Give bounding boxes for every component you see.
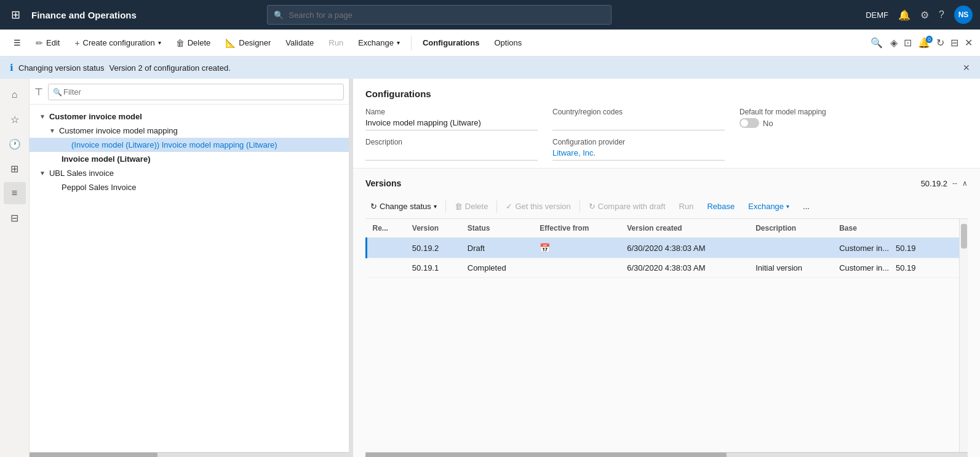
tree-filter-input[interactable]: [48, 84, 344, 100]
row1-base-link[interactable]: Customer in...: [839, 244, 889, 253]
versions-delete-icon: 🗑: [455, 202, 463, 211]
diamond-icon[interactable]: ◈: [890, 37, 898, 49]
delete-button[interactable]: 🗑 Delete: [170, 36, 217, 50]
configurations-tab[interactable]: Configurations: [416, 36, 485, 50]
app-grid-icon[interactable]: ⊞: [7, 4, 24, 25]
global-search[interactable]: 🔍: [267, 5, 612, 25]
tree-item-customer-invoice-mapping[interactable]: ▼ Customer invoice model mapping: [30, 124, 349, 138]
info-message: Changing version status: [18, 63, 104, 73]
validate-button[interactable]: Validate: [279, 36, 320, 50]
row1-status: Draft: [461, 238, 534, 258]
name-field: Name Invoice model mapping (Litware): [365, 108, 538, 130]
change-status-button[interactable]: ↻ Change status ▾: [365, 199, 442, 213]
tree-label-1: Customer invoice model: [49, 112, 142, 121]
exchange-chevron-icon: ▾: [397, 39, 400, 46]
notification-badge-icon[interactable]: 🔔 0: [918, 37, 930, 49]
toggle-knob: [741, 119, 748, 127]
tree-scrollbar-thumb: [30, 453, 157, 457]
filter-search-icon: 🔍: [53, 88, 62, 97]
run-button[interactable]: Run: [322, 36, 349, 50]
row2-base: Customer in... 50.19: [833, 258, 959, 278]
hamburger-button[interactable]: ☰: [7, 36, 27, 50]
avatar[interactable]: NS: [954, 6, 973, 24]
versions-exchange-button[interactable]: Exchange ▾: [743, 199, 794, 213]
edit-button[interactable]: ✏ Edit: [30, 36, 66, 50]
versions-run-button[interactable]: Run: [674, 199, 699, 213]
country-field: Country/region codes: [552, 108, 725, 130]
versions-table-container: Re... Version Status Effective from Vers…: [365, 219, 968, 452]
filter-icon[interactable]: ⊤: [34, 86, 43, 98]
sidebar-favorites-icon[interactable]: ☆: [4, 108, 26, 130]
tree-item-invoice-model-mapping-litware[interactable]: (Invoice model (Litware)) Invoice model …: [30, 138, 349, 152]
versions-vertical-scrollbar[interactable]: [959, 219, 968, 452]
info-close-button[interactable]: ✕: [963, 63, 970, 73]
v-divider-1: [445, 201, 446, 213]
exchange-chevron-icon: ▾: [786, 203, 789, 210]
info-bar: ℹ Changing version status Version 2 of c…: [0, 57, 980, 79]
sidebar-recent-icon[interactable]: 🕐: [4, 133, 26, 155]
row2-created: 6/30/2020 4:38:03 AM: [621, 258, 749, 278]
toolbar-search-icon[interactable]: 🔍: [870, 37, 883, 49]
version-dash: --: [952, 179, 957, 188]
help-icon[interactable]: ?: [939, 9, 944, 20]
default-mapping-toggle[interactable]: [739, 118, 759, 128]
tree-item-ubl-sales-invoice[interactable]: ▼ UBL Sales invoice: [30, 166, 349, 180]
create-config-button[interactable]: + Create configuration ▾: [68, 36, 167, 50]
sidebar-workspaces-icon[interactable]: ⊞: [4, 157, 26, 180]
versions-table-wrap: Re... Version Status Effective from Vers…: [365, 219, 959, 452]
versions-meta: 50.19.2 -- ∧: [921, 179, 968, 188]
versions-delete-button[interactable]: 🗑 Delete: [450, 199, 493, 213]
provider-value[interactable]: Litware, Inc.: [552, 148, 725, 161]
version-row-1[interactable]: 50.19.2 Draft 📅 6/30/2020 4:38:03 AM Cus…: [367, 238, 960, 258]
default-mapping-label: Default for model mapping: [739, 108, 968, 116]
exchange-button[interactable]: Exchange ▾: [352, 36, 406, 50]
versions-scrollbar-thumb: [961, 224, 967, 248]
designer-button[interactable]: 📐 Designer: [219, 36, 277, 50]
search-input[interactable]: [289, 10, 605, 20]
refresh-icon[interactable]: ↻: [936, 37, 944, 49]
sidebar-list-icon[interactable]: ≡: [4, 182, 26, 204]
rebase-button[interactable]: Rebase: [702, 199, 739, 213]
info-detail: Version 2 of configuration created.: [109, 63, 230, 73]
country-label: Country/region codes: [552, 108, 725, 116]
col-description: Description: [749, 219, 833, 238]
info-icon: ℹ: [10, 62, 14, 73]
chevron-down-icon: ▾: [158, 39, 161, 46]
settings-icon[interactable]: ⚙: [920, 9, 929, 21]
version-row-2[interactable]: 50.19.1 Completed 6/30/2020 4:38:03 AM I…: [367, 258, 960, 278]
provider-field: Configuration provider Litware, Inc.: [552, 138, 725, 161]
v-divider-3: [580, 201, 580, 213]
sidebar-modules-icon[interactable]: ⊟: [4, 207, 26, 229]
more-button[interactable]: ...: [798, 199, 815, 213]
options-tab[interactable]: Options: [488, 36, 528, 50]
calendar-icon[interactable]: 📅: [540, 243, 550, 253]
expand-icon[interactable]: ⊡: [904, 37, 912, 49]
sidebar-icons: ⌂ ☆ 🕐 ⊞ ≡ ⊟: [0, 79, 30, 457]
tree-item-invoice-model-litware[interactable]: Invoice model (Litware): [30, 152, 349, 166]
row2-base-version: 50.19: [896, 263, 916, 272]
restore-icon[interactable]: ⊟: [950, 37, 958, 49]
versions-collapse-icon[interactable]: ∧: [962, 179, 968, 188]
row2-status: Completed: [461, 258, 534, 278]
get-version-button[interactable]: ✓ Get this version: [501, 199, 575, 213]
tree-label-4: Invoice model (Litware): [62, 154, 150, 164]
versions-section: Versions 50.19.2 -- ∧ ↻ Change status ▾ …: [353, 169, 980, 457]
compare-draft-button[interactable]: ↻ Compare with draft: [584, 199, 671, 213]
versions-horizontal-scrollbar[interactable]: [365, 452, 968, 457]
row1-re: [367, 238, 406, 258]
sidebar-home-icon[interactable]: ⌂: [4, 84, 26, 106]
row1-created: 6/30/2020 4:38:03 AM: [621, 238, 749, 258]
close-window-icon[interactable]: ✕: [965, 37, 973, 49]
tree-label-5: UBL Sales invoice: [49, 169, 114, 178]
versions-thead: Re... Version Status Effective from Vers…: [367, 219, 960, 238]
tree-horizontal-scrollbar[interactable]: [30, 452, 349, 457]
row1-base-version-link[interactable]: 50.19: [896, 244, 916, 253]
config-fields: Name Invoice model mapping (Litware) Cou…: [365, 108, 968, 161]
notification-icon[interactable]: 🔔: [898, 9, 910, 21]
row1-base: Customer in... 50.19: [833, 238, 959, 258]
designer-icon: 📐: [225, 38, 236, 48]
v-divider-2: [496, 201, 497, 213]
compare-draft-icon: ↻: [589, 202, 596, 211]
tree-item-peppol-sales-invoice[interactable]: Peppol Sales Invoice: [30, 180, 349, 194]
tree-item-customer-invoice-model[interactable]: ▼ Customer invoice model: [30, 109, 349, 124]
